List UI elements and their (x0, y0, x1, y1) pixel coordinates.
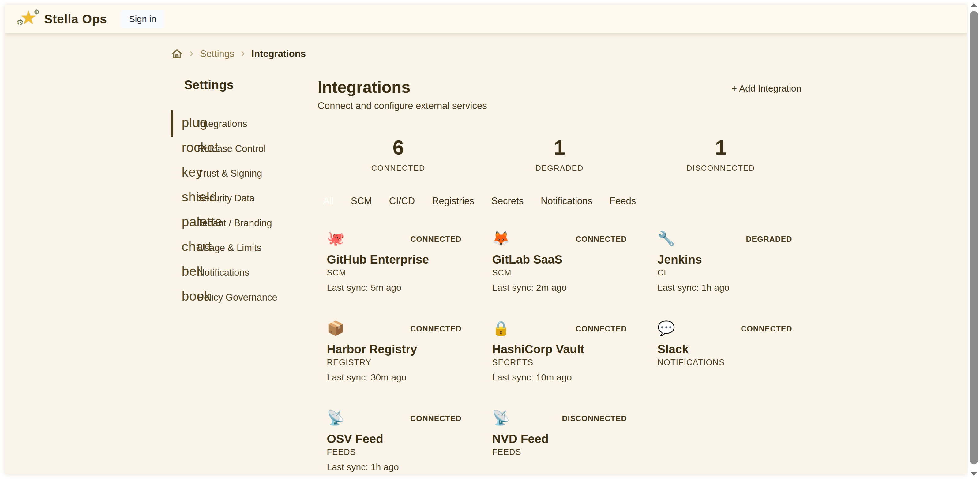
status-badge: CONNECTED (576, 235, 627, 243)
scrollbar-thumb[interactable] (970, 11, 978, 464)
vertical-scrollbar[interactable] (968, 0, 980, 479)
integration-category: SCM (327, 268, 462, 277)
stat-label: DISCONNECTED (640, 164, 802, 173)
fox-icon: 🦊 (492, 231, 510, 246)
integration-name: OSV Feed (327, 433, 462, 445)
integration-cards: 🐙 CONNECTED GitHub Enterprise SCM Last s… (318, 231, 802, 473)
satellite-antenna-icon: 📡 (492, 411, 510, 425)
breadcrumb-current: Integrations (252, 48, 306, 59)
scroll-down-button[interactable] (968, 469, 980, 479)
last-sync (492, 461, 627, 473)
last-sync: Last sync: 10m ago (492, 372, 627, 383)
integration-card-osv-feed[interactable]: 📡 CONNECTED OSV Feed FEEDS Last sync: 1h… (318, 411, 471, 473)
sidebar-item-label: Release Control (198, 143, 266, 154)
stella-ops-logo-icon: ⚙ ★ ⚙ (18, 9, 38, 29)
last-sync: Last sync: 2m ago (492, 282, 627, 293)
sidebar-item-trust-signing[interactable]: key Trust & Signing (171, 161, 305, 186)
sign-in-button[interactable]: Sign in (121, 10, 165, 29)
last-sync: Last sync: 1h ago (327, 461, 462, 473)
tab-secrets[interactable]: Secrets (492, 196, 523, 207)
stat-value: 1 (640, 137, 802, 158)
tab-all[interactable]: All (323, 196, 334, 207)
arrow-up-icon (970, 3, 977, 7)
page-title: Integrations (318, 78, 487, 96)
brand-name: Stella Ops (44, 12, 107, 26)
add-integration-button[interactable]: + Add Integration (732, 83, 802, 94)
status-badge: DISCONNECTED (562, 414, 627, 423)
scroll-up-button[interactable] (968, 0, 980, 10)
satellite-antenna-icon: 📡 (327, 411, 344, 425)
sidebar-item-label: Usage & Limits (198, 242, 261, 253)
integration-name: Harbor Registry (327, 343, 462, 355)
last-sync: Last sync: 30m ago (327, 372, 462, 383)
sidebar-item-tenant-branding[interactable]: palette Tenant / Branding (171, 211, 305, 236)
chevron-right-icon: › (190, 48, 194, 60)
sidebar-item-label: Tenant / Branding (198, 218, 272, 229)
integration-name: Jenkins (658, 253, 792, 266)
integration-card-github-enterprise[interactable]: 🐙 CONNECTED GitHub Enterprise SCM Last s… (318, 231, 471, 293)
integration-card-hashicorp-vault[interactable]: 🔒 CONNECTED HashiCorp Vault SECRETS Last… (483, 321, 636, 383)
app-window: ⚙ ★ ⚙ Stella Ops Sign in › Settings › In… (5, 5, 967, 474)
integration-name: Slack (658, 343, 792, 355)
last-sync: Last sync: 5m ago (327, 282, 462, 293)
top-bar: ⚙ ★ ⚙ Stella Ops Sign in (5, 5, 967, 33)
integration-card-harbor-registry[interactable]: 📦 CONNECTED Harbor Registry REGISTRY Las… (318, 321, 471, 383)
stat-label: CONNECTED (318, 164, 479, 173)
sidebar-nav: plug Integrations rocket Release Control… (171, 112, 305, 310)
status-summary: 6 CONNECTED 1 DEGRADED 1 DISCONNECTED (318, 137, 802, 173)
status-badge: CONNECTED (410, 325, 461, 333)
sidebar-item-security-data[interactable]: shield Security Data (171, 186, 305, 211)
sidebar-item-notifications[interactable]: bell Notifications (171, 261, 305, 285)
integration-card-nvd-feed[interactable]: 📡 DISCONNECTED NVD Feed FEEDS (483, 411, 636, 473)
sidebar-title: Settings (171, 78, 305, 92)
integration-name: GitLab SaaS (492, 253, 627, 266)
octopus-icon: 🐙 (327, 231, 344, 246)
tab-registries[interactable]: Registries (432, 196, 474, 207)
wrench-icon: 🔧 (658, 231, 675, 246)
settings-sidebar: Settings plug Integrations rocket Releas… (171, 77, 305, 473)
gear-icon: ⚙ (34, 8, 40, 16)
stat-value: 1 (479, 137, 640, 158)
sidebar-item-label: Notifications (198, 267, 250, 278)
status-badge: CONNECTED (576, 325, 627, 333)
sidebar-item-label: Policy Governance (198, 292, 277, 303)
sidebar-item-policy-governance[interactable]: book Policy Governance (171, 285, 305, 310)
sidebar-item-label: Security Data (198, 193, 255, 204)
sidebar-item-release-control[interactable]: rocket Release Control (171, 137, 305, 161)
integration-name: NVD Feed (492, 433, 627, 445)
breadcrumb: › Settings › Integrations (171, 48, 802, 60)
integration-card-gitlab-saas[interactable]: 🦊 CONNECTED GitLab SaaS SCM Last sync: 2… (483, 231, 636, 293)
tab-scm[interactable]: SCM (351, 196, 372, 207)
status-badge: CONNECTED (410, 414, 461, 423)
tab-notifications[interactable]: Notifications (541, 196, 592, 207)
integration-category: REGISTRY (327, 358, 462, 367)
tab-feeds[interactable]: Feeds (609, 196, 636, 207)
tab-cicd[interactable]: CI/CD (389, 196, 415, 207)
stat-label: DEGRADED (479, 164, 640, 173)
arrow-down-icon (970, 472, 977, 476)
home-icon[interactable] (171, 48, 183, 60)
status-badge: CONNECTED (410, 235, 461, 243)
sidebar-item-usage-limits[interactable]: chart Usage & Limits (171, 236, 305, 261)
integration-name: HashiCorp Vault (492, 343, 627, 355)
stat-connected: 6 CONNECTED (318, 137, 479, 173)
last-sync: Last sync: 1h ago (658, 282, 792, 293)
integration-card-jenkins[interactable]: 🔧 DEGRADED Jenkins CI Last sync: 1h ago (648, 231, 802, 293)
integration-category: NOTIFICATIONS (658, 358, 792, 367)
sidebar-item-integrations[interactable]: plug Integrations (171, 112, 305, 137)
integration-category: FEEDS (327, 447, 462, 457)
integration-category: CI (658, 268, 792, 277)
stat-value: 6 (318, 137, 479, 158)
breadcrumb-settings[interactable]: Settings (200, 48, 234, 59)
package-icon: 📦 (327, 321, 344, 336)
speech-bubble-icon: 💬 (658, 321, 675, 336)
sidebar-item-label: Integrations (198, 118, 247, 129)
category-tabs: All SCM CI/CD Registries Secrets Notific… (318, 196, 802, 207)
lock-icon: 🔒 (492, 321, 510, 336)
chevron-right-icon: › (241, 48, 245, 60)
integration-category: FEEDS (492, 447, 627, 457)
last-sync (658, 372, 792, 383)
stat-disconnected: 1 DISCONNECTED (640, 137, 802, 173)
brand: ⚙ ★ ⚙ Stella Ops (18, 9, 107, 29)
integration-card-slack[interactable]: 💬 CONNECTED Slack NOTIFICATIONS (648, 321, 802, 383)
